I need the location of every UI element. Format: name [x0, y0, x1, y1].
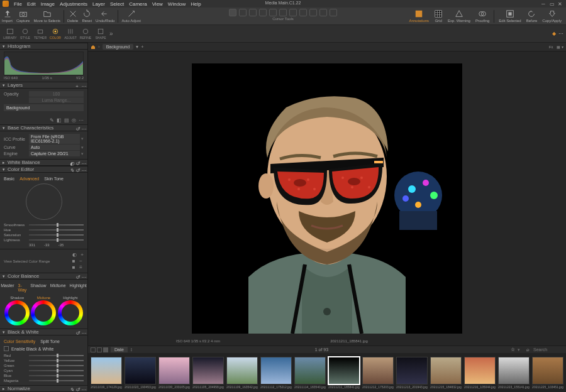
tab-tether[interactable]: TETHER: [33, 28, 48, 40]
cursor-hand-icon[interactable]: [239, 9, 247, 16]
tool-erase-icon[interactable]: ◧: [57, 117, 62, 123]
thumbnail[interactable]: 20211023_190453.jpg: [125, 357, 156, 389]
ce-hue-slider[interactable]: [29, 229, 84, 231]
cb-tab-midtone[interactable]: Midtone: [50, 283, 66, 292]
image-viewer[interactable]: ISO 640 1/35 s f/2.2 4 mm 20211211_18584…: [88, 52, 566, 346]
icc-value[interactable]: From File (sRGB IEC61966-2.1): [29, 134, 80, 144]
tb-annotations[interactable]: Annotations: [407, 9, 431, 23]
ce-light-slider[interactable]: [29, 239, 84, 241]
menu-select[interactable]: Select: [110, 1, 124, 7]
bw-magenta-slider[interactable]: [29, 380, 84, 381]
view-strip-icon[interactable]: [103, 347, 108, 352]
wheel-midtone[interactable]: [31, 300, 56, 325]
maximize-icon[interactable]: ▭: [550, 1, 555, 7]
norm-picker-icon[interactable]: ✎: [70, 387, 74, 391]
fit-label[interactable]: Fit: [549, 45, 553, 49]
breadcrumb-background[interactable]: Background: [103, 44, 133, 50]
norm-reset-icon[interactable]: ↺: [75, 387, 79, 391]
tb-copy-apply[interactable]: Copy/Apply: [540, 9, 563, 23]
tb-exp-warning[interactable]: Exp. Warning: [446, 9, 472, 23]
cb-tab-highlight[interactable]: Highlight: [70, 283, 87, 292]
view-grid-icon[interactable]: [91, 347, 96, 352]
menu-image[interactable]: Image: [41, 1, 55, 7]
tb-grid[interactable]: Grid: [432, 9, 445, 23]
wb-picker-icon[interactable]: ◐: [70, 161, 74, 165]
menu-view[interactable]: View: [152, 1, 163, 7]
sort-field[interactable]: Date: [111, 347, 128, 352]
cursor-keystone-icon[interactable]: [279, 9, 287, 16]
tab-adjust[interactable]: ADJUST: [63, 28, 78, 40]
bw-reset-icon[interactable]: ↺: [75, 330, 79, 334]
wheel-highlight[interactable]: [58, 300, 83, 325]
bw-green-slider[interactable]: [29, 365, 84, 366]
panel-base-head[interactable]: ▾Base Characteristics↺⋯: [0, 124, 87, 131]
panel-pin-icon[interactable]: ◆: [552, 31, 556, 36]
ce-swatch-2-icon[interactable]: ■ −: [72, 258, 84, 264]
base-reset-icon[interactable]: ↺: [75, 126, 79, 130]
tb-move-to-selects[interactable]: Move to Selects: [31, 9, 62, 23]
ce-menu-icon[interactable]: ⋯: [81, 168, 85, 172]
cb-tab-master[interactable]: Master: [1, 283, 14, 292]
thumbnail[interactable]: 20211225_103451.jpg: [532, 357, 563, 389]
color-ring[interactable]: [26, 183, 62, 220]
thumbnail[interactable]: 20211212_175203.jpg: [362, 357, 394, 389]
layer-add-icon[interactable]: +: [75, 84, 79, 87]
curve-value[interactable]: Auto: [29, 144, 80, 150]
close-icon[interactable]: ✕: [558, 1, 563, 7]
fit-menu-icon[interactable]: ▦ ▾: [557, 45, 563, 49]
bw-tab-cs[interactable]: Color Sensitivity: [4, 339, 35, 344]
wb-menu-icon[interactable]: ⋯: [81, 161, 85, 165]
ce-tab-advanced[interactable]: Advanced: [19, 177, 39, 181]
cursor-rotate-icon[interactable]: [269, 9, 277, 16]
menu-file[interactable]: File: [14, 1, 22, 7]
filmstrip[interactable]: 20211019_174129.jpg20211023_190453.jpg20…: [88, 353, 566, 392]
panel-cb-head[interactable]: ▾Color Balance↺⋯: [0, 273, 87, 280]
cb-menu-icon[interactable]: ⋯: [81, 275, 85, 278]
ce-sat-slider[interactable]: [29, 234, 84, 236]
tab-style[interactable]: STYLE: [18, 28, 33, 40]
tool-brush-icon[interactable]: ✎: [50, 117, 54, 123]
tool-grad-icon[interactable]: ▤: [64, 117, 69, 123]
tb-delete[interactable]: Delete: [65, 9, 80, 23]
home-icon[interactable]: [91, 45, 96, 50]
thumbnail[interactable]: 20211105_204958.jpg: [192, 357, 224, 389]
menu-window[interactable]: Window: [168, 1, 186, 7]
panel-norm-head[interactable]: ▸Normalize✎↺⋯: [0, 385, 87, 392]
ce-picker-icon[interactable]: ✎: [70, 168, 74, 172]
bw-cyan-slider[interactable]: [29, 370, 84, 371]
ce-swatch-1-icon[interactable]: ◐ +: [72, 252, 84, 258]
cursor-crop-icon[interactable]: [259, 9, 267, 16]
view-list-icon[interactable]: [97, 347, 102, 352]
tb-undo-redo[interactable]: Undo/Redo: [94, 9, 116, 23]
ce-reset-icon[interactable]: ↺: [75, 168, 79, 172]
thumbnail[interactable]: 20211030_233105.jpg: [158, 357, 190, 389]
tb-auto-adjust[interactable]: Auto Adjust: [119, 9, 142, 23]
panel-wb-head[interactable]: ▸White Balance◐↺⋯: [0, 159, 87, 166]
filter-star-icon[interactable]: ☆: [511, 347, 515, 352]
menu-adjustments[interactable]: Adjustments: [60, 1, 87, 7]
search-input[interactable]: [532, 347, 563, 352]
bw-enable-checkbox[interactable]: [4, 346, 9, 351]
cursor-select-icon[interactable]: [229, 9, 236, 16]
panel-menu-icon[interactable]: ⋯: [558, 31, 563, 36]
tab-library[interactable]: LIBRARY: [3, 28, 18, 40]
bw-blue-slider[interactable]: [29, 375, 84, 376]
minimize-icon[interactable]: ─: [541, 1, 547, 7]
thumbnail[interactable]: 20211213_201943.jpg: [396, 357, 428, 389]
tb-edit-selected[interactable]: Edit Selected: [497, 9, 523, 23]
thumbnail[interactable]: 20211215_184832.jpg: [430, 357, 462, 389]
menu-edit[interactable]: Edit: [27, 1, 36, 7]
menu-help[interactable]: Help: [191, 1, 201, 7]
tb-before[interactable]: Before: [524, 9, 540, 23]
cursor-mask-icon[interactable]: [299, 9, 307, 16]
cb-tab-3way[interactable]: 3-Way: [18, 283, 27, 292]
thumbnail[interactable]: 20211109_163542.jpg: [226, 357, 258, 389]
cursor-erase-icon[interactable]: [319, 9, 327, 16]
wheel-shadow[interactable]: [4, 300, 30, 325]
thumbnail[interactable]: 20211112_175212.jpg: [260, 357, 292, 389]
bw-red-slider[interactable]: [29, 355, 84, 356]
thumbnail[interactable]: 20211216_105044.jpg: [464, 357, 496, 389]
norm-menu-icon[interactable]: ⋯: [81, 387, 85, 391]
luma-range-button[interactable]: Luma Range...: [29, 97, 84, 103]
bw-yellow-slider[interactable]: [29, 360, 84, 361]
